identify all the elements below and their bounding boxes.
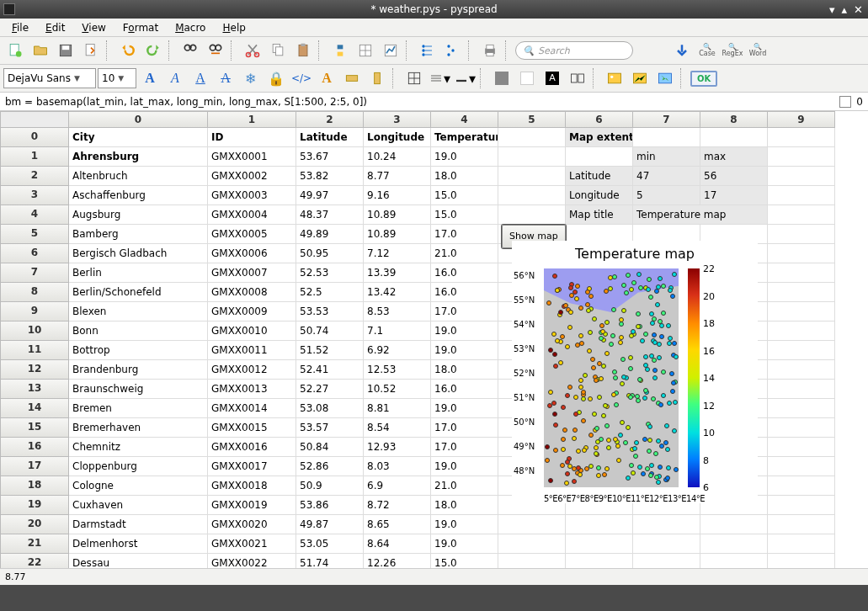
- cell[interactable]: GMXX0006: [208, 244, 296, 263]
- cell[interactable]: 52.27: [296, 380, 364, 399]
- cell[interactable]: [768, 167, 835, 186]
- cell[interactable]: 17: [700, 186, 768, 205]
- row-header[interactable]: 1: [0, 147, 69, 167]
- row-header[interactable]: 19: [0, 496, 69, 515]
- cell[interactable]: 12.26: [364, 554, 431, 568]
- cell[interactable]: [700, 128, 768, 147]
- cell[interactable]: Altenbruch: [69, 167, 208, 186]
- cell[interactable]: GMXX0018: [208, 476, 296, 496]
- cell[interactable]: Ahrensburg: [69, 147, 208, 167]
- cell[interactable]: 53.53: [296, 302, 364, 321]
- export-button[interactable]: [79, 39, 103, 62]
- cell[interactable]: 51.52: [296, 341, 364, 360]
- bg-grey-button[interactable]: [490, 66, 514, 90]
- cell[interactable]: GMXX0015: [208, 418, 296, 438]
- cell[interactable]: [768, 457, 835, 476]
- ok-button[interactable]: OK: [690, 71, 717, 87]
- strike-button[interactable]: A: [214, 66, 237, 90]
- markup-button[interactable]: </>: [290, 66, 313, 90]
- cell[interactable]: [768, 399, 835, 418]
- cell[interactable]: Berlin: [69, 263, 208, 283]
- cell[interactable]: GMXX0012: [208, 360, 296, 380]
- cell[interactable]: GMXX0011: [208, 341, 296, 360]
- cell[interactable]: Aschaffenburg: [69, 186, 208, 205]
- cell[interactable]: 15.0: [431, 554, 498, 568]
- cell[interactable]: 10.89: [364, 205, 431, 225]
- cell[interactable]: 15.0: [431, 186, 498, 205]
- merge-button[interactable]: [566, 66, 589, 90]
- cell[interactable]: 49.87: [296, 515, 364, 534]
- menu-help[interactable]: Help: [214, 20, 253, 35]
- cell[interactable]: 19.0: [431, 457, 498, 476]
- redo-button[interactable]: [141, 39, 165, 62]
- cell[interactable]: GMXX0009: [208, 302, 296, 321]
- column-header[interactable]: 2: [296, 111, 364, 128]
- copy-button[interactable]: [266, 39, 290, 62]
- cell[interactable]: [700, 515, 768, 534]
- lock-button[interactable]: 🔒: [264, 66, 288, 90]
- cell[interactable]: Bremen: [69, 399, 208, 418]
- cell[interactable]: 19.0: [431, 341, 498, 360]
- cell[interactable]: 50.74: [296, 321, 364, 341]
- cell[interactable]: Longitude: [364, 128, 431, 147]
- cell[interactable]: [768, 186, 835, 205]
- cell[interactable]: [700, 534, 768, 554]
- row-header[interactable]: 14: [0, 399, 69, 418]
- cell[interactable]: 6.92: [364, 341, 431, 360]
- cell[interactable]: [498, 167, 566, 186]
- cell[interactable]: 17.0: [431, 418, 498, 438]
- menu-file[interactable]: File: [3, 20, 37, 35]
- cell[interactable]: [768, 302, 835, 321]
- row-header[interactable]: 15: [0, 418, 69, 438]
- case-toggle-button[interactable]: 🔍Case: [695, 39, 719, 62]
- cell[interactable]: [498, 186, 566, 205]
- row-header[interactable]: 8: [0, 283, 69, 302]
- row-header[interactable]: 7: [0, 263, 69, 283]
- cell[interactable]: 48.37: [296, 205, 364, 225]
- cell[interactable]: 18.0: [431, 167, 498, 186]
- cell[interactable]: [768, 244, 835, 263]
- cell[interactable]: 9.16: [364, 186, 431, 205]
- row-header[interactable]: 2: [0, 167, 69, 186]
- tree-expand-button[interactable]: [416, 39, 439, 62]
- row-header[interactable]: 6: [0, 244, 69, 263]
- cell[interactable]: Longitude: [566, 186, 633, 205]
- cell[interactable]: [768, 225, 835, 244]
- cell[interactable]: min: [633, 147, 700, 167]
- cell[interactable]: GMXX0019: [208, 496, 296, 515]
- cell[interactable]: [566, 534, 633, 554]
- cell[interactable]: [498, 205, 566, 225]
- cell[interactable]: Bottrop: [69, 341, 208, 360]
- cell[interactable]: 16.0: [431, 380, 498, 399]
- cell[interactable]: [566, 515, 633, 534]
- cell[interactable]: 53.05: [296, 534, 364, 554]
- cell[interactable]: 18.0: [431, 360, 498, 380]
- cell[interactable]: 10.24: [364, 147, 431, 167]
- cell[interactable]: 49.97: [296, 186, 364, 205]
- row-header[interactable]: 17: [0, 457, 69, 476]
- cell[interactable]: [768, 380, 835, 399]
- border-all-button[interactable]: [402, 66, 426, 90]
- cell[interactable]: 12.93: [364, 438, 431, 457]
- cell[interactable]: [633, 515, 700, 534]
- cell[interactable]: 52.5: [296, 283, 364, 302]
- cell[interactable]: [498, 554, 566, 568]
- cell[interactable]: Latitude: [296, 128, 364, 147]
- cell[interactable]: Map extent: [566, 128, 633, 147]
- cell[interactable]: 53.08: [296, 399, 364, 418]
- cell[interactable]: 17.0: [431, 302, 498, 321]
- row-header[interactable]: 18: [0, 476, 69, 496]
- cell[interactable]: 13.39: [364, 263, 431, 283]
- cell[interactable]: ID: [208, 128, 296, 147]
- menu-view[interactable]: View: [73, 20, 114, 35]
- cell[interactable]: GMXX0007: [208, 263, 296, 283]
- cell[interactable]: 49.89: [296, 225, 364, 244]
- close-icon[interactable]: ✕: [854, 3, 863, 16]
- cell[interactable]: GMXX0021: [208, 534, 296, 554]
- cell[interactable]: [768, 360, 835, 380]
- cell[interactable]: 7.1: [364, 321, 431, 341]
- cell[interactable]: Brandenburg: [69, 360, 208, 380]
- cell[interactable]: GMXX0005: [208, 225, 296, 244]
- new-button[interactable]: [3, 39, 27, 62]
- cell[interactable]: [768, 147, 835, 167]
